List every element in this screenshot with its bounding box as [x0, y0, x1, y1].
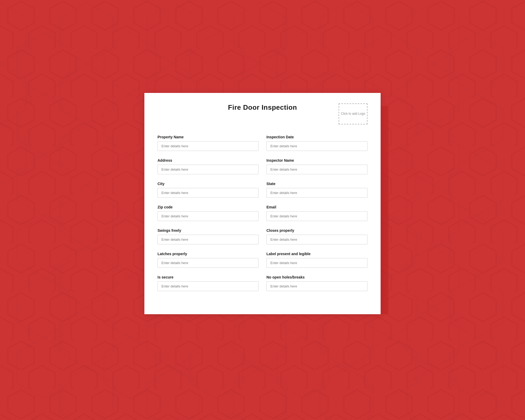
input-state[interactable] [266, 188, 368, 198]
label-latches-properly: Latches properly [158, 252, 259, 256]
field-no-open-holes: No open holes/breaks [266, 275, 368, 291]
field-latches-properly: Latches properly [158, 252, 259, 268]
field-is-secure: Is secure [158, 275, 259, 291]
input-property-name[interactable] [158, 141, 259, 151]
field-label-present: Label present and legible [266, 252, 368, 268]
input-no-open-holes[interactable] [266, 281, 368, 291]
form-row-2: AddressInspector Name [158, 158, 368, 174]
form-row-5: Swings freelyCloses properly [158, 228, 368, 244]
input-address[interactable] [158, 165, 259, 174]
label-closes-properly: Closes properly [266, 228, 368, 233]
field-zip-code: Zip code [158, 205, 259, 221]
field-property-name: Property Name [158, 135, 259, 151]
field-email: Email [266, 205, 368, 221]
field-inspection-date: Inspection Date [266, 135, 368, 151]
input-zip-code[interactable] [158, 211, 259, 221]
label-state: State [266, 182, 368, 186]
form-row-7: Is secureNo open holes/breaks [158, 275, 368, 291]
field-city: City [158, 182, 259, 198]
field-swings-freely: Swings freely [158, 228, 259, 244]
label-inspector-name: Inspector Name [266, 158, 368, 162]
label-zip-code: Zip code [158, 205, 259, 209]
input-email[interactable] [266, 211, 368, 221]
label-inspection-date: Inspection Date [266, 135, 368, 139]
scroll-overlay [381, 106, 388, 314]
input-swings-freely[interactable] [158, 235, 259, 244]
label-no-open-holes: No open holes/breaks [266, 275, 368, 279]
input-label-present[interactable] [266, 258, 368, 268]
form-container: Fire Door Inspection Click to add Logo P… [144, 93, 381, 314]
label-swings-freely: Swings freely [158, 228, 259, 233]
form-wrapper: Fire Door Inspection Click to add Logo P… [144, 106, 381, 314]
form-fields: Property NameInspection DateAddressInspe… [158, 135, 368, 298]
field-state: State [266, 182, 368, 198]
form-row-6: Latches properlyLabel present and legibl… [158, 252, 368, 268]
input-is-secure[interactable] [158, 281, 259, 291]
label-address: Address [158, 158, 259, 162]
form-header: Fire Door Inspection Click to add Logo [158, 103, 368, 124]
form-title-area: Fire Door Inspection [186, 103, 339, 112]
label-email: Email [266, 205, 368, 209]
logo-placeholder-text[interactable]: Click to add Logo [341, 112, 365, 116]
field-closes-properly: Closes properly [266, 228, 368, 244]
label-is-secure: Is secure [158, 275, 259, 279]
form-title: Fire Door Inspection [228, 103, 297, 112]
field-inspector-name: Inspector Name [266, 158, 368, 174]
input-latches-properly[interactable] [158, 258, 259, 268]
form-row-3: CityState [158, 182, 368, 198]
input-closes-properly[interactable] [266, 235, 368, 244]
label-property-name: Property Name [158, 135, 259, 139]
label-city: City [158, 182, 259, 186]
input-inspector-name[interactable] [266, 165, 368, 174]
field-address: Address [158, 158, 259, 174]
input-inspection-date[interactable] [266, 141, 368, 151]
label-label-present: Label present and legible [266, 252, 368, 256]
logo-placeholder[interactable]: Click to add Logo [339, 103, 368, 124]
form-row-4: Zip codeEmail [158, 205, 368, 221]
form-row-1: Property NameInspection Date [158, 135, 368, 151]
input-city[interactable] [158, 188, 259, 198]
